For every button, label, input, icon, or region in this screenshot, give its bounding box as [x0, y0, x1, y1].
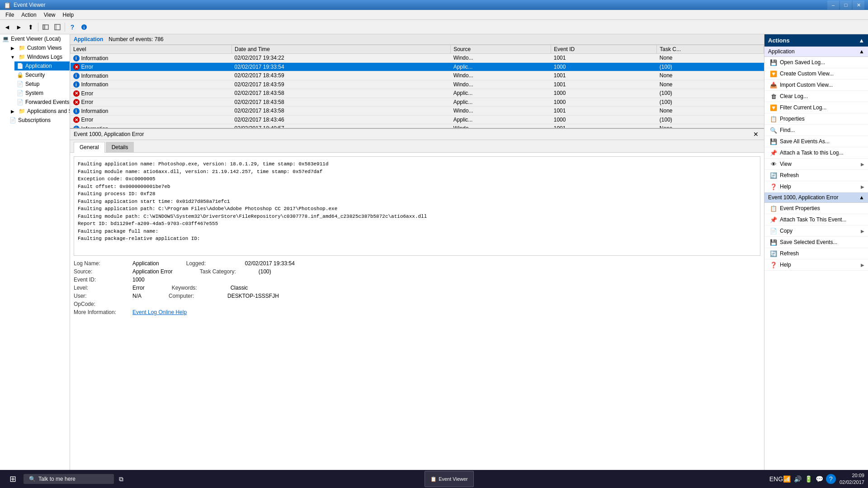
- action-copy[interactable]: Copy ▶: [764, 225, 868, 237]
- log-title: Application: [74, 36, 103, 42]
- action-attach-task-log[interactable]: Attach a Task to this Log...: [764, 147, 868, 159]
- col-source[interactable]: Source: [451, 45, 551, 54]
- action-help-event[interactable]: Help ▶: [764, 259, 868, 271]
- action-event-properties[interactable]: Event Properties: [764, 203, 868, 214]
- menu-view[interactable]: View: [40, 11, 59, 19]
- help-icon-button[interactable]: ?: [67, 22, 78, 33]
- sidebar-item-forwarded[interactable]: 📄 Forwarded Events: [14, 98, 70, 107]
- detail-close-button[interactable]: ✕: [751, 131, 760, 138]
- notification-icon[interactable]: 💬: [815, 474, 824, 483]
- action-refresh-event[interactable]: Refresh: [764, 248, 868, 259]
- col-level[interactable]: Level: [71, 45, 232, 54]
- forward-button[interactable]: ►: [14, 22, 24, 33]
- detail-title-bar: Event 1000, Application Error ✕: [70, 129, 764, 140]
- meta-level: Level: Error Keywords: Classic: [74, 284, 760, 292]
- table-row[interactable]: i Information 02/02/2017 18:43:59 Windo.…: [71, 71, 764, 80]
- meta-opcode: OpCode:: [74, 300, 760, 308]
- task-view-button[interactable]: ⧉: [116, 474, 127, 484]
- table-row[interactable]: ✕ Error 02/02/2017 19:33:54 Applic... 10…: [71, 62, 764, 71]
- taskbar-app-event-viewer[interactable]: 📋 Event Viewer: [425, 471, 474, 487]
- taskbar-system-icons: ENG 📶 🔊 🔋 💬 ?: [772, 474, 836, 484]
- sidebar-item-subscriptions[interactable]: 📄 Subscriptions: [7, 116, 70, 125]
- table-row[interactable]: i Information 02/02/2017 18:43:59 Windo.…: [71, 80, 764, 89]
- action-properties[interactable]: Properties: [764, 113, 868, 125]
- svg-rect-2: [55, 24, 60, 30]
- event-properties-icon: [770, 205, 777, 212]
- minimize-button[interactable]: –: [827, 0, 839, 9]
- menu-file[interactable]: File: [2, 11, 18, 19]
- col-task[interactable]: Task C...: [657, 45, 764, 54]
- toolbar-separator-1: [38, 23, 38, 32]
- help-event-submenu: Help ▶: [780, 262, 864, 268]
- action-help-app[interactable]: Help ▶: [764, 181, 868, 192]
- action-save-all[interactable]: Save All Events As...: [764, 136, 868, 147]
- cell-eventid: 1001: [551, 107, 657, 116]
- sidebar-item-custom-views[interactable]: ▶ 📁 Custom Views: [7, 43, 70, 52]
- table-row[interactable]: ✕ Error 02/02/2017 18:43:58 Applic... 10…: [71, 89, 764, 98]
- back-button[interactable]: ◄: [2, 22, 13, 33]
- cell-level: i Information: [71, 71, 232, 80]
- meta-log-name: Log Name: Application Logged: 02/02/2017…: [74, 259, 760, 267]
- meta-more-info-label: More Information:: [74, 309, 132, 315]
- event-table-container[interactable]: Level Date and Time Source Event ID Task…: [70, 45, 764, 128]
- start-button[interactable]: ⊞: [4, 470, 22, 488]
- network-icon[interactable]: 📶: [783, 474, 792, 483]
- table-row[interactable]: ✕ Error 02/02/2017 18:43:58 Applic... 10…: [71, 98, 764, 107]
- table-header-row: Level Date and Time Source Event ID Task…: [71, 45, 764, 54]
- col-eventid[interactable]: Event ID: [551, 45, 657, 54]
- sidebar-item-application[interactable]: 📄 Application: [14, 61, 70, 70]
- cell-level: i Information: [71, 124, 232, 129]
- cell-eventid: 1000: [551, 62, 657, 71]
- title-bar-text: Event Viewer: [14, 2, 45, 8]
- scope-button[interactable]: [52, 22, 63, 33]
- taskbar-search-bar[interactable]: 🔍 Talk to me here: [24, 474, 114, 484]
- event-log-online-help-link[interactable]: Event Log Online Help: [132, 309, 187, 315]
- actions-header: Actions ▲: [764, 34, 868, 47]
- meta-keywords-label: Keywords:: [172, 285, 231, 291]
- table-row[interactable]: i Information 02/02/2017 19:34:22 Windo.…: [71, 54, 764, 63]
- action-filter-log[interactable]: Filter Current Log...: [764, 102, 868, 113]
- action-import-custom-view[interactable]: Import Custom View...: [764, 80, 868, 91]
- battery-icon[interactable]: 🔋: [804, 474, 813, 483]
- table-row[interactable]: i Information 02/02/2017 18:43:58 Windo.…: [71, 107, 764, 116]
- action-view[interactable]: View ▶: [764, 159, 868, 170]
- sidebar-item-setup[interactable]: 📄 Setup: [14, 80, 70, 89]
- menu-action[interactable]: Action: [18, 11, 40, 19]
- sidebar-item-windows-logs[interactable]: ▼ 📁 Windows Logs: [7, 52, 70, 61]
- meta-task-label: Task Category:: [200, 268, 259, 275]
- menu-help[interactable]: Help: [59, 11, 78, 19]
- up-button[interactable]: ⬆: [25, 22, 36, 33]
- col-datetime[interactable]: Date and Time: [231, 45, 450, 54]
- maximize-button[interactable]: □: [840, 0, 852, 9]
- action-find[interactable]: Find...: [764, 125, 868, 136]
- cell-level: i Information: [71, 54, 232, 63]
- sidebar-root[interactable]: 💻 Event Viewer (Local): [0, 34, 70, 43]
- show-hide-button[interactable]: [40, 22, 51, 33]
- sidebar-item-system[interactable]: 📄 System: [14, 89, 70, 98]
- table-row[interactable]: ✕ Error 02/02/2017 18:43:46 Applic... 10…: [71, 115, 764, 124]
- action-create-custom-view[interactable]: Create Custom View...: [764, 68, 868, 80]
- actions-group-application[interactable]: Application ▲: [764, 47, 868, 57]
- event-text[interactable]: Faulting application name: Photoshop.exe…: [74, 156, 760, 256]
- volume-icon[interactable]: 🔊: [793, 474, 802, 483]
- error-icon: ✕: [73, 90, 80, 97]
- meta-computer-label: Computer:: [169, 293, 227, 299]
- taskbar-search-text: Talk to me here: [38, 476, 75, 482]
- tab-general[interactable]: General: [74, 142, 105, 153]
- action-refresh-app[interactable]: Refresh: [764, 170, 868, 181]
- close-button[interactable]: ✕: [853, 0, 864, 9]
- sidebar-item-app-services[interactable]: ▶ 📁 Applications and Services Lo...: [7, 107, 70, 116]
- action-save-selected[interactable]: Save Selected Events...: [764, 237, 868, 248]
- table-row[interactable]: i Information 02/02/2017 18:40:57 Windo.…: [71, 124, 764, 129]
- actions-group-event[interactable]: Event 1000, Application Error ▲: [764, 192, 868, 203]
- meta-source-label: Source:: [74, 268, 132, 275]
- cell-datetime: 02/02/2017 18:43:58: [231, 98, 450, 107]
- tab-details[interactable]: Details: [106, 142, 134, 152]
- info-button[interactable]: i: [79, 22, 90, 33]
- action-clear-log[interactable]: Clear Log...: [764, 91, 868, 102]
- action-open-saved-log[interactable]: Open Saved Log...: [764, 57, 868, 68]
- action-attach-task-event[interactable]: Attach Task To This Event...: [764, 214, 868, 225]
- sidebar-item-security[interactable]: 🔒 Security: [14, 70, 70, 80]
- help-taskbar-icon[interactable]: ?: [826, 474, 836, 484]
- cell-source: Windo...: [451, 54, 551, 63]
